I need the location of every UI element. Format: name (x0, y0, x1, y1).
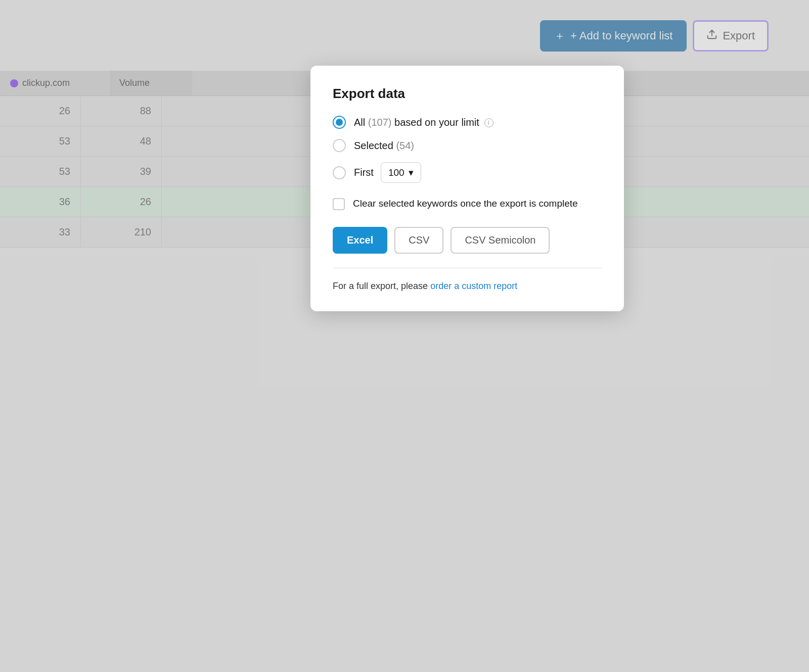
option-first[interactable]: First 100 ▾ (333, 162, 602, 183)
modal-title: Export data (333, 86, 602, 102)
divider (333, 268, 602, 268)
export-modal: Export data All (107) based on your limi… (310, 66, 624, 311)
radio-selected[interactable] (333, 139, 346, 152)
radio-all[interactable] (333, 116, 346, 129)
option-all[interactable]: All (107) based on your limit i (333, 116, 602, 129)
clear-keywords-checkbox[interactable] (333, 198, 345, 210)
option-selected-label: Selected (54) (354, 140, 414, 152)
chevron-down-icon: ▾ (409, 167, 414, 178)
excel-button[interactable]: Excel (333, 227, 387, 254)
csv-button[interactable]: CSV (394, 227, 443, 254)
option-selected[interactable]: Selected (54) (333, 139, 602, 152)
first-row: First 100 ▾ (354, 162, 421, 183)
custom-report-link[interactable]: order a custom report (430, 281, 517, 291)
csv-semicolon-button[interactable]: CSV Semicolon (451, 227, 550, 254)
first-value: 100 (388, 167, 404, 178)
info-icon[interactable]: i (484, 118, 493, 127)
clear-keywords-option: Clear selected keywords once the export … (333, 197, 602, 211)
clear-keywords-label: Clear selected keywords once the export … (353, 197, 578, 211)
option-all-label: All (107) based on your limit i (354, 117, 493, 128)
footer-text: For a full export, please order a custom… (333, 279, 602, 293)
radio-inner (336, 119, 343, 126)
option-first-label: First (354, 167, 374, 178)
first-count-select[interactable]: 100 ▾ (381, 162, 421, 183)
export-options: All (107) based on your limit i Selected… (333, 116, 602, 183)
radio-first[interactable] (333, 166, 346, 179)
export-format-buttons: Excel CSV CSV Semicolon (333, 227, 602, 254)
